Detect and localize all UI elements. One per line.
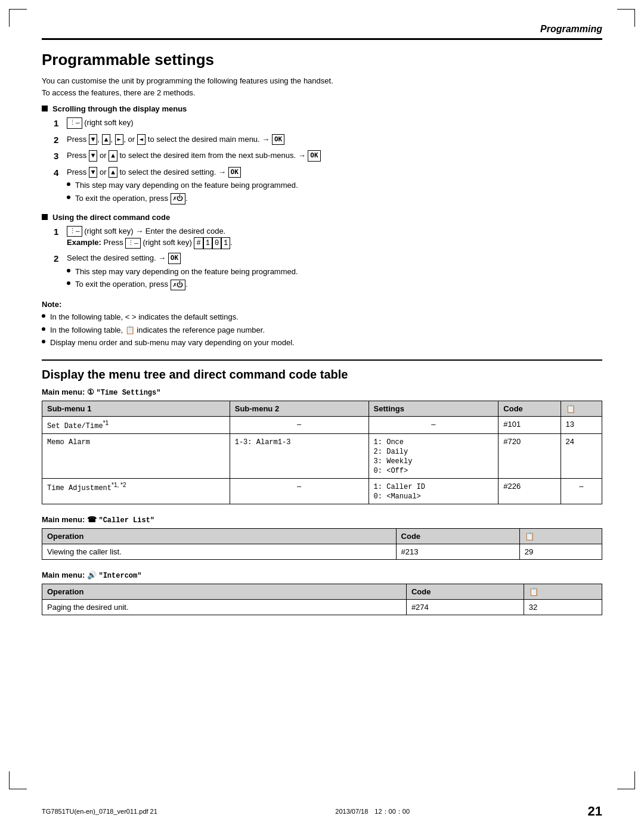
hash-key: # bbox=[194, 237, 203, 249]
table2-col1-header: Operation bbox=[42, 528, 397, 544]
table1-r2c4: #720 bbox=[499, 433, 561, 478]
corner-mark-tl bbox=[9, 9, 27, 27]
method2-step1: 1 ⋮— (right soft key) → Enter the desire… bbox=[54, 225, 602, 249]
table1-menu-label: Main menu: ① "Time Settings" bbox=[42, 388, 602, 397]
header-rule bbox=[42, 38, 602, 40]
table1-r3c1: Time Adjustment*1, *2 bbox=[42, 478, 230, 504]
method1-step1: 1 ⋮— (right soft key) bbox=[54, 117, 602, 131]
footer-center: 2013/07/18 12：00：00 bbox=[335, 807, 410, 816]
table1-header-row: Sub-menu 1 Sub-menu 2 Settings Code 📋 bbox=[42, 401, 602, 416]
table1-col4-header: Code bbox=[499, 401, 561, 416]
corner-mark-tr bbox=[617, 9, 635, 27]
table1-r1c2: – bbox=[230, 416, 369, 433]
table2-menu-label: Main menu: ☎ "Caller List" bbox=[42, 515, 602, 525]
table1-col5-header: 📋 bbox=[561, 401, 602, 416]
table3-col2-header: Code bbox=[406, 584, 524, 599]
method1-step4: 4 Press ▼ or ▲ to select the desired set… bbox=[54, 166, 602, 206]
ok-key: OK bbox=[272, 134, 284, 145]
table1-r1c5: 13 bbox=[561, 416, 602, 433]
table1-r2c2: 1-3: Alarm1-3 bbox=[230, 433, 369, 478]
up-key2: ▲ bbox=[109, 150, 117, 162]
corner-mark-br bbox=[617, 771, 635, 789]
table1: Sub-menu 1 Sub-menu 2 Settings Code 📋 Se… bbox=[42, 401, 602, 504]
method1-label: Scrolling through the display menus bbox=[52, 104, 187, 113]
step4-bullets: This step may vary depending on the feat… bbox=[67, 179, 602, 204]
table2-r1c3: 29 bbox=[519, 544, 602, 559]
step2-bullet1: This step may vary depending on the feat… bbox=[67, 266, 602, 278]
table2-r1c1: Viewing the caller list. bbox=[42, 544, 397, 559]
down-key3: ▼ bbox=[89, 167, 98, 178]
bullet-square-2 bbox=[42, 214, 48, 220]
intro-line1: You can customise the unit by programmin… bbox=[42, 76, 333, 85]
table2-row1: Viewing the caller list. #213 29 bbox=[42, 544, 602, 559]
exit-key2: ✗⏻ bbox=[171, 280, 186, 291]
table3-r1c3: 32 bbox=[524, 599, 602, 615]
one-key: 1 bbox=[203, 237, 212, 249]
method2-steps: 1 ⋮— (right soft key) → Enter the desire… bbox=[54, 225, 602, 292]
up-key: ▲ bbox=[102, 134, 111, 145]
table1-col2-header: Sub-menu 2 bbox=[230, 401, 369, 416]
table-section-title: Display the menu tree and direct command… bbox=[42, 368, 602, 382]
note-text3: Display menu order and sub-menu may vary… bbox=[50, 337, 295, 349]
header-title: Programming bbox=[540, 24, 602, 34]
up-key3: ▲ bbox=[109, 167, 117, 178]
page-header: Programming bbox=[42, 24, 602, 35]
zero-key: 0 bbox=[212, 237, 221, 249]
table1-col1-header: Sub-menu 1 bbox=[42, 401, 230, 416]
note-item2: In the following table, 📋 indicates the … bbox=[42, 324, 602, 336]
intro-line2: To access the features, there are 2 meth… bbox=[42, 88, 195, 97]
ok-key4: OK bbox=[168, 253, 181, 264]
step4-bullet2: To exit the operation, press ✗⏻. bbox=[67, 193, 602, 204]
note-text1: In the following table, < > indicates th… bbox=[50, 311, 239, 323]
step2-bullets: This step may vary depending on the feat… bbox=[67, 266, 602, 290]
menu-key-icon2: ⋮— bbox=[67, 226, 82, 237]
table3-row1: Paging the desired unit. #274 32 bbox=[42, 599, 602, 615]
note-text2: In the following table, 📋 indicates the … bbox=[50, 324, 265, 336]
step4-bullet1: This step may vary depending on the feat… bbox=[67, 179, 602, 191]
example-line: Example: Press ⋮— (right soft key) #101. bbox=[67, 238, 233, 247]
method1-step2: 2 Press ▼, ▲, ►, or ◄ to select the desi… bbox=[54, 134, 602, 147]
intro-text: You can customise the unit by programmin… bbox=[42, 75, 602, 98]
table2: Operation Code 📋 Viewing the caller list… bbox=[42, 528, 602, 560]
table1-r2c5: 24 bbox=[561, 433, 602, 478]
method1-header: Scrolling through the display menus bbox=[42, 104, 602, 113]
table2-r1c2: #213 bbox=[396, 544, 519, 559]
table1-r1c1: Set Date/Time*1 bbox=[42, 416, 230, 433]
table3-header-row: Operation Code 📋 bbox=[42, 584, 602, 599]
table1-r2c3: 1: Once 2: Daily 3: Weekly 0: <Off> bbox=[369, 433, 499, 478]
down-key2: ▼ bbox=[89, 150, 98, 162]
left-key: ◄ bbox=[137, 134, 146, 145]
table3-menu-label: Main menu: 🔊 "Intercom" bbox=[42, 571, 602, 580]
ok-key2: OK bbox=[308, 150, 320, 162]
table1-r2c1: Memo Alarm bbox=[42, 433, 230, 478]
table3-r1c2: #274 bbox=[406, 599, 524, 615]
method2-label: Using the direct command code bbox=[52, 213, 170, 222]
page-title: Programmable settings bbox=[42, 51, 602, 69]
step2-bullet2: To exit the operation, press ✗⏻. bbox=[67, 278, 602, 290]
table1-row3: Time Adjustment*1, *2 – 1: Caller ID 0: … bbox=[42, 478, 602, 504]
ok-key3: OK bbox=[228, 167, 241, 178]
table1-r3c5: – bbox=[561, 478, 602, 504]
one-key2: 1 bbox=[221, 237, 230, 249]
method2-step2: 2 Select the desired setting. → OK This … bbox=[54, 252, 602, 292]
table1-r1c4: #101 bbox=[499, 416, 561, 433]
page-number: 21 bbox=[588, 804, 602, 819]
page-footer: TG7851TU(en-en)_0718_ver011.pdf 21 2013/… bbox=[42, 804, 602, 819]
method1-steps: 1 ⋮— (right soft key) 2 Press ▼, ▲, ►, o… bbox=[54, 117, 602, 206]
note-list: In the following table, < > indicates th… bbox=[42, 311, 602, 349]
exit-key: ✗⏻ bbox=[171, 193, 186, 204]
table2-header-row: Operation Code 📋 bbox=[42, 528, 602, 544]
table1-r1c3: – bbox=[369, 416, 499, 433]
down-key: ▼ bbox=[89, 134, 98, 145]
table1-r3c4: #226 bbox=[499, 478, 561, 504]
table3-col1-header: Operation bbox=[42, 584, 407, 599]
method2-header: Using the direct command code bbox=[42, 213, 602, 222]
section-divider bbox=[42, 359, 602, 361]
menu-key-icon: ⋮— bbox=[67, 117, 82, 129]
table2-col3-header: 📋 bbox=[519, 528, 602, 544]
corner-mark-bl bbox=[9, 771, 27, 789]
note-item3: Display menu order and sub-menu may vary… bbox=[42, 337, 602, 349]
note-title: Note: bbox=[42, 300, 602, 309]
method1-step3: 3 Press ▼ or ▲ to select the desired ite… bbox=[54, 150, 602, 163]
table1-row2: Memo Alarm 1-3: Alarm1-3 1: Once 2: Dail… bbox=[42, 433, 602, 478]
